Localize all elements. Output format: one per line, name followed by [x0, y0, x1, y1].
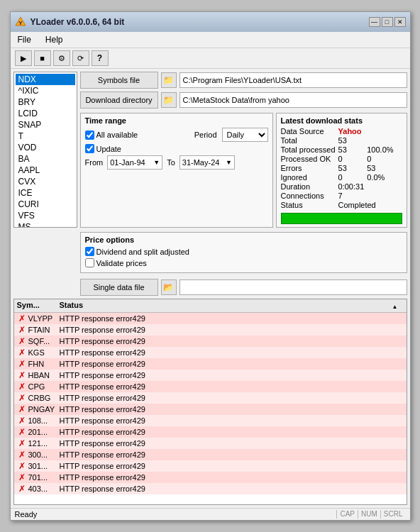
- reload-button[interactable]: ⟳: [72, 50, 89, 66]
- log-row: ✗ HBAN HTTP response error429: [14, 370, 407, 381]
- svg-text:Y: Y: [18, 20, 23, 26]
- stop-button[interactable]: ■: [34, 50, 51, 66]
- symbol-item[interactable]: ICE: [16, 187, 75, 199]
- symbol-item[interactable]: NDX: [16, 74, 75, 85]
- single-data-file-folder-icon[interactable]: 📂: [161, 279, 177, 295]
- single-data-file-button[interactable]: Single data file: [80, 279, 158, 296]
- stats-value-status: Completed: [338, 201, 397, 210]
- download-directory-path[interactable]: C:\MetaStock Data\from yahoo: [179, 92, 407, 108]
- symbol-item[interactable]: AAPL: [16, 165, 75, 176]
- log-status: HTTP response error429: [60, 326, 404, 334]
- symbol-item[interactable]: T: [16, 131, 75, 142]
- menu-help[interactable]: Help: [41, 33, 67, 46]
- log-body[interactable]: ✗ VLYPP HTTP response error429 ✗ FTAIN H…: [14, 313, 407, 504]
- log-status: HTTP response error429: [60, 382, 404, 391]
- middle-section: Time range All available Period Daily We…: [80, 113, 407, 228]
- log-symbol: 201...: [28, 428, 60, 436]
- symbols-file-folder-icon[interactable]: 📁: [161, 72, 177, 88]
- sort-up-icon: ▲: [392, 304, 398, 310]
- price-options-box: Price options Dividend and split adjuste…: [80, 232, 407, 273]
- stats-row-total: Total 53: [281, 136, 397, 145]
- stats-value-totalprocessed-pct: 100.0%: [367, 145, 396, 155]
- stats-table: Data Source Yahoo Total 53 Total process…: [281, 127, 397, 210]
- log-symbol: FHN: [28, 360, 60, 368]
- log-symbol: 121...: [28, 439, 60, 448]
- folder-icon: 📁: [163, 75, 174, 85]
- symbols-file-row: Symbols file 📁 C:\Program Files\YLoader\…: [80, 72, 407, 89]
- log-header: Sym... Status ▲: [14, 299, 407, 313]
- stats-row-datasource: Data Source Yahoo: [281, 127, 397, 136]
- stats-value-connections: 7: [338, 192, 368, 201]
- download-directory-button[interactable]: Download directory: [80, 92, 158, 109]
- validate-prices-checkbox[interactable]: [85, 258, 94, 267]
- symbol-item[interactable]: LCID: [16, 108, 75, 119]
- stats-label-totalprocessed: Total processed: [281, 145, 338, 155]
- log-scroll-header: ▲: [392, 301, 404, 311]
- all-available-checkbox[interactable]: [85, 131, 94, 140]
- log-symbol: HBAN: [28, 371, 60, 379]
- log-status: HTTP response error429: [60, 314, 404, 323]
- log-symbol: FTAIN: [28, 326, 60, 334]
- settings-button[interactable]: ⚙: [53, 50, 70, 66]
- price-options-title: Price options: [85, 235, 402, 244]
- symbol-item[interactable]: MS: [16, 221, 75, 228]
- symbol-item[interactable]: CVX: [16, 176, 75, 187]
- stats-row-duration: Duration 0:00:31: [281, 182, 397, 192]
- symbol-item[interactable]: ^IXIC: [16, 85, 75, 96]
- period-select[interactable]: Daily Weekly Monthly: [222, 128, 268, 142]
- symbols-file-path[interactable]: C:\Program Files\YLoader\USA.txt: [179, 72, 407, 88]
- stats-box: Latest download stats Data Source Yahoo …: [276, 113, 407, 228]
- stats-row-status: Status Completed: [281, 201, 397, 210]
- log-status: HTTP response error429: [60, 337, 404, 345]
- log-symbol: VLYPP: [28, 314, 60, 323]
- error-icon: ✗: [17, 359, 27, 369]
- close-button[interactable]: ✕: [394, 17, 406, 27]
- stop-icon: ■: [40, 54, 45, 62]
- log-symbol: SQF...: [28, 337, 60, 345]
- log-symbol: 301...: [28, 462, 60, 470]
- symbol-item[interactable]: BRY: [16, 96, 75, 108]
- window-title: YLoader v6.0.0.6, 64 bit: [31, 17, 125, 27]
- title-bar-left: Y YLoader v6.0.0.6, 64 bit: [15, 16, 125, 28]
- symbols-file-button[interactable]: Symbols file: [80, 72, 158, 89]
- update-checkbox[interactable]: [85, 144, 94, 153]
- all-available-label[interactable]: All available: [85, 131, 138, 140]
- symbol-item[interactable]: BA: [16, 153, 75, 165]
- error-icon: ✗: [17, 314, 27, 323]
- dividend-split-label[interactable]: Dividend and split adjusted: [85, 247, 189, 256]
- minimize-button[interactable]: —: [369, 17, 380, 27]
- stats-value-errors2: 53: [367, 164, 396, 173]
- log-status: HTTP response error429: [60, 371, 404, 379]
- symbols-panel[interactable]: NDX^IXICBRYLCIDSNAPTVODBAAAPLCVXICECURIV…: [13, 72, 77, 228]
- toolbar: ▶ ■ ⚙ ⟳ ?: [11, 48, 410, 69]
- menu-file[interactable]: File: [13, 33, 35, 46]
- validate-prices-label[interactable]: Validate prices: [85, 258, 147, 267]
- dividend-split-checkbox[interactable]: [85, 247, 94, 256]
- log-row: ✗ 300... HTTP response error429: [14, 449, 407, 460]
- error-icon: ✗: [17, 416, 27, 426]
- log-status: HTTP response error429: [60, 416, 404, 425]
- download-dir-folder-icon[interactable]: 📁: [161, 92, 177, 108]
- help-button[interactable]: ?: [92, 50, 109, 66]
- single-data-file-path[interactable]: [179, 279, 407, 295]
- from-label: From: [85, 158, 104, 167]
- stats-value-totalprocessed: 53: [338, 145, 368, 155]
- stats-label-ignored: Ignored: [281, 173, 338, 182]
- question-icon: ?: [97, 53, 102, 63]
- play-button[interactable]: ▶: [15, 50, 32, 66]
- symbol-item[interactable]: CURI: [16, 199, 75, 210]
- stats-label-total: Total: [281, 136, 338, 145]
- log-row: ✗ 403... HTTP response error429: [14, 483, 407, 494]
- stats-label-errors: Errors: [281, 164, 338, 173]
- symbol-item[interactable]: SNAP: [16, 119, 75, 131]
- cap-indicator: CAP: [336, 510, 358, 519]
- symbol-item[interactable]: VFS: [16, 210, 75, 221]
- period-label: Period: [194, 131, 217, 139]
- log-status: HTTP response error429: [60, 348, 404, 357]
- to-date-input[interactable]: 31-May-24 ▼: [179, 155, 235, 170]
- log-status: HTTP response error429: [60, 462, 404, 470]
- update-label[interactable]: Update: [85, 144, 121, 153]
- symbol-item[interactable]: VOD: [16, 142, 75, 153]
- maximize-button[interactable]: □: [382, 17, 393, 27]
- from-date-input[interactable]: 01-Jan-94 ▼: [107, 155, 162, 170]
